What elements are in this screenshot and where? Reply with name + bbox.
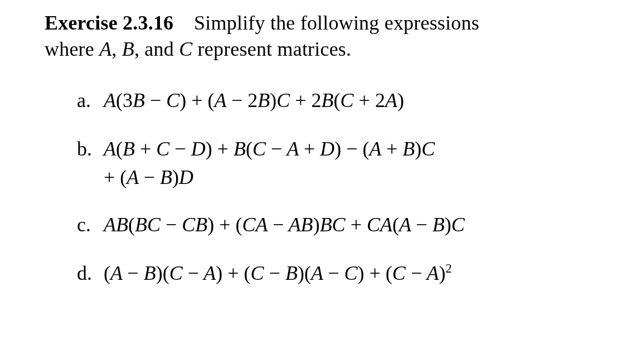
exercise-intro: Exercise 2.3.16 Simplify the following e… <box>45 10 622 62</box>
problem-letter: c. <box>77 212 104 237</box>
problem-letter: d. <box>77 261 104 286</box>
problem-expression: AB(BC − CB) + (CA − AB)BC + CA(A − B)C <box>104 212 465 237</box>
var-c: C <box>179 38 192 60</box>
problem-c: c. AB(BC − CB) + (CA − AB)BC + CA(A − B)… <box>77 212 622 237</box>
prompt-text-1: Simplify the following expressions <box>194 12 479 34</box>
problem-a: a. A(3B − C) + (A − 2B)C + 2B(C + 2A) <box>77 88 622 113</box>
problem-b: b. A(B + C − D) + B(C − A + D) − (A + B)… <box>77 137 622 190</box>
problem-letter: b. <box>77 137 104 162</box>
exercise-number: Exercise 2.3.16 <box>45 12 173 34</box>
sep-1: , <box>111 38 122 60</box>
prompt-text-3: represent matrices. <box>192 38 351 60</box>
problem-expression: (A − B)(C − A) + (C − B)(A − C) + (C − A… <box>104 261 452 286</box>
var-a: A <box>99 38 111 60</box>
var-b: B <box>122 38 134 60</box>
problem-d: d. (A − B)(C − A) + (C − B)(A − C) + (C … <box>77 261 622 286</box>
problem-list: a. A(3B − C) + (A − 2B)C + 2B(C + 2A) b.… <box>45 88 622 286</box>
problem-expression: A(3B − C) + (A − 2B)C + 2B(C + 2A) <box>104 88 404 113</box>
prompt-text-2: where <box>45 38 99 60</box>
sep-2: , and <box>134 38 179 60</box>
document-page: Exercise 2.3.16 Simplify the following e… <box>0 0 622 286</box>
problem-expression: A(B + C − D) + B(C − A + D) − (A + B)C+ … <box>104 137 435 190</box>
problem-letter: a. <box>77 88 104 113</box>
